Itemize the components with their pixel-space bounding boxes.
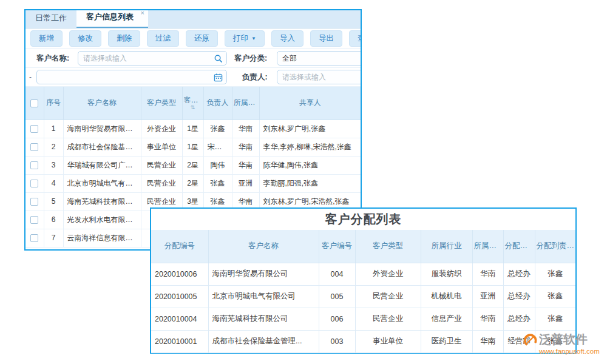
column-header-客户编号: 客户编号 [319, 230, 355, 263]
cell-dept: 总经办 [503, 285, 535, 308]
customer-name-link[interactable]: 成都市社会保险基金管理... [63, 138, 141, 156]
tab-customer-info-list[interactable]: 客户信息列表 × [76, 9, 148, 28]
cell-code: 006 [319, 308, 355, 330]
customer-name-link[interactable]: 北京市明城电气有限公司 [208, 285, 319, 308]
row-checkbox-cell [25, 156, 44, 174]
toolbar: 新增修改删除过滤还原打印▼导入导出查看日志 [25, 29, 361, 49]
owner-link[interactable]: 宋浩然 [203, 138, 232, 156]
toolbar-button-还原[interactable]: 还原 [186, 30, 218, 47]
cell-no: 4 [44, 174, 63, 192]
cell-no: 6 [44, 211, 63, 229]
table-row: 4北京市明城电气有限公司民营企业2星张鑫亚洲李勤丽,阳强,张鑫 [25, 174, 361, 192]
column-header-所属行业: 所属行业 [421, 230, 472, 263]
owner-input[interactable]: 请选择或输入 [277, 70, 362, 84]
tab-daily-work[interactable]: 日常工作 [25, 9, 76, 28]
cell-type: 事业单位 [355, 330, 421, 352]
watermark: 泛普软件 www.fanpusoft.com [523, 331, 607, 355]
column-header-客户名称: 客户名称 [63, 87, 141, 120]
column-header-负责人: 负责人 [203, 87, 232, 120]
allocation-id-link[interactable]: 2020010001 [151, 330, 208, 352]
select-all-checkbox[interactable] [30, 99, 38, 107]
cell-type: 民营企业 [141, 174, 182, 192]
row-checkbox[interactable] [30, 125, 38, 133]
calendar-icon[interactable] [214, 73, 223, 82]
column-header-客户名称: 客户名称 [208, 230, 319, 263]
date-range-separator: - [29, 73, 32, 81]
cell-industry: 医药卫生 [421, 330, 472, 352]
select-all-checkbox-cell [25, 87, 44, 120]
date-input[interactable] [36, 70, 227, 84]
customer-name-link[interactable]: 海南芜城科技有限公司 [208, 308, 319, 330]
dropdown-caret-icon: ▼ [251, 36, 256, 41]
customer-category-label: 客户分类: [234, 53, 267, 64]
row-checkbox[interactable] [30, 180, 38, 187]
assignee-link[interactable]: 张鑫 [535, 263, 575, 285]
toolbar-button-打印[interactable]: 打印▼ [225, 30, 265, 47]
column-header-客户等级: 客户等级⇅ [182, 87, 203, 120]
customer-name-placeholder: 请选择或输入 [83, 53, 127, 64]
toolbar-button-导入[interactable]: 导入 [271, 30, 304, 47]
cell-region: 华南 [232, 156, 259, 174]
row-checkbox[interactable] [30, 234, 38, 242]
assignee-link[interactable]: 张鑫 [535, 285, 575, 308]
column-header-序号: 序号 [44, 87, 63, 120]
customer-name-link[interactable]: 华瑞城有限公司广告设计部 [63, 156, 141, 174]
table-row: 2020010001成都市社会保险基金管理...003事业单位医药卫生华南经营部… [151, 330, 575, 352]
row-checkbox-cell [25, 120, 44, 138]
row-checkbox-cell [25, 192, 44, 211]
cell-level: 2星 [182, 156, 203, 174]
cell-type: 民营企业 [355, 285, 421, 308]
customer-name-link[interactable]: 云南海祥信息有限公司 [63, 229, 141, 247]
allocation-id-link[interactable]: 2020010006 [151, 263, 208, 285]
column-header-客户类型: 客户类型 [141, 87, 182, 120]
toolbar-button-查看日志[interactable]: 查看日志 [349, 30, 362, 47]
cell-no: 7 [44, 229, 63, 247]
owner-placeholder: 请选择或输入 [282, 72, 326, 83]
close-icon[interactable]: × [141, 9, 144, 16]
toolbar-button-新增[interactable]: 新增 [30, 30, 63, 47]
cell-no: 3 [44, 156, 63, 174]
customer-category-select[interactable]: 全部 [277, 51, 362, 66]
column-header-所属区域: 所属区域 [472, 230, 503, 263]
cell-region: 亚洲 [232, 174, 259, 192]
allocation-id-link[interactable]: 2020010005 [151, 285, 208, 308]
watermark-brand: 泛普软件 [539, 331, 588, 348]
cell-shared: 李华,李婷,柳琳,宋浩然,张鑫 [259, 138, 361, 156]
cell-level: 1星 [182, 138, 203, 156]
assignee-link[interactable]: 张鑫 [535, 308, 575, 330]
customer-name-input[interactable]: 请选择或输入 [78, 51, 227, 66]
owner-link[interactable]: 陶伟 [203, 156, 232, 174]
owner-link[interactable]: 张鑫 [203, 174, 232, 192]
cell-industry: 服装纺织 [421, 263, 472, 285]
allocation-id-link[interactable]: 2020010004 [151, 308, 208, 330]
toolbar-button-过滤[interactable]: 过滤 [147, 30, 179, 47]
row-checkbox-cell [25, 174, 44, 192]
owner-link[interactable]: 张鑫 [203, 120, 232, 138]
row-checkbox[interactable] [30, 198, 38, 206]
customer-name-link[interactable]: 海南明华贸易有限公司 [208, 263, 319, 285]
sort-icon[interactable]: ⇅ [184, 105, 202, 110]
cell-region: 华南 [232, 120, 259, 138]
toolbar-button-修改[interactable]: 修改 [69, 30, 101, 47]
row-checkbox[interactable] [30, 216, 38, 224]
customer-category-value: 全部 [282, 53, 297, 64]
row-checkbox[interactable] [30, 143, 38, 151]
toolbar-button-删除[interactable]: 删除 [108, 30, 140, 47]
toolbar-button-导出[interactable]: 导出 [310, 30, 342, 47]
watermark-url: www.fanpusoft.com [523, 348, 607, 355]
cell-industry: 信息产业 [421, 308, 472, 330]
row-checkbox[interactable] [30, 161, 38, 169]
customer-name-link[interactable]: 海南明华贸易有限公司 [63, 120, 141, 138]
customer-name-link[interactable]: 北京市明城电气有限公司 [63, 174, 141, 192]
cell-level: 1星 [182, 120, 203, 138]
customer-name-link[interactable]: 成都市社会保险基金管理... [208, 330, 319, 352]
search-icon[interactable] [214, 54, 223, 63]
allocation-table: 分配编号客户名称客户编号客户类型所属行业所属区域分配部门分配到责任人 20200… [151, 230, 575, 353]
customer-name-link[interactable]: 海南芜城科技有限公司 [63, 192, 141, 211]
row-checkbox-cell [25, 138, 44, 156]
allocation-table-header: 分配编号客户名称客户编号客户类型所属行业所属区域分配部门分配到责任人 [151, 230, 575, 263]
customer-name-link[interactable]: 光发水利水电有限公司 [63, 211, 141, 229]
cell-shared: 陈华健,陶伟,张鑫 [259, 156, 361, 174]
allocation-table-body: 2020010006海南明华贸易有限公司004外资企业服装纺织华南总经办张鑫20… [151, 263, 575, 352]
column-header-分配编号: 分配编号 [151, 230, 208, 263]
